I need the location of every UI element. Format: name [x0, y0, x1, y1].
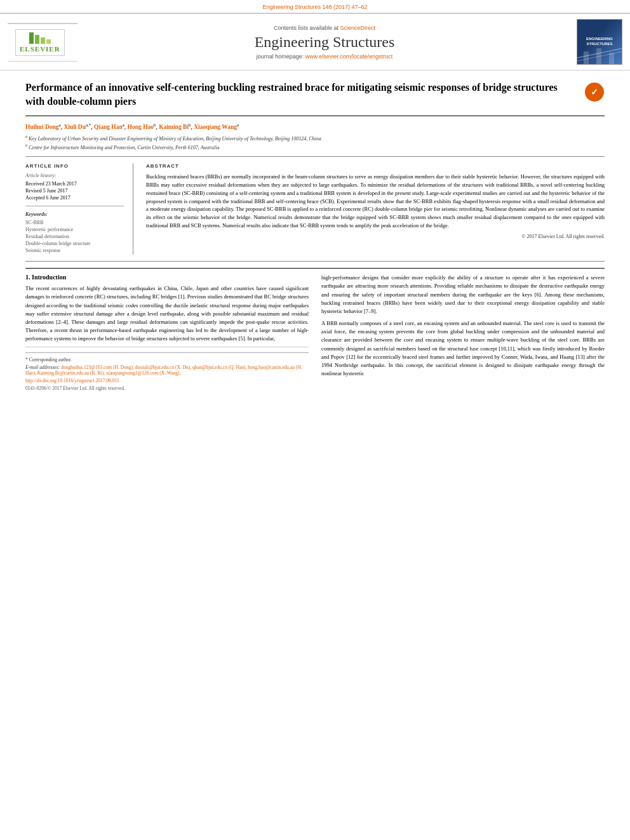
journal-homepage: journal homepage: www.elsevier.com/locat… — [77, 53, 572, 60]
section-divider — [25, 268, 605, 269]
keyword-2: Hysteretic performance — [25, 227, 124, 232]
affiliations: a Key Laboratory of Urban Security and D… — [25, 134, 605, 151]
crossmark-logo: ✓ — [579, 81, 605, 102]
contents-line: Contents lists available at ScienceDirec… — [77, 25, 572, 31]
section1-heading: 1. Introduction — [25, 274, 309, 281]
footer-email-label: E-mail addresses: — [25, 364, 60, 370]
footer-rule — [25, 347, 309, 347]
received-date: Received 23 March 2017 — [25, 181, 124, 187]
col-right-para1: high-performance designs that consider m… — [321, 274, 605, 316]
sciencedirect-link[interactable]: ScienceDirect — [340, 25, 376, 31]
article-info: ARTICLE INFO Article history: Received 2… — [25, 163, 133, 255]
journal-cover-image: ENGINEERINGSTRUCTURES — [572, 19, 622, 65]
article-info-abstract: ARTICLE INFO Article history: Received 2… — [25, 156, 605, 262]
paper-title-section: Performance of an innovative self-center… — [25, 81, 605, 116]
keyword-3: Residual deformation — [25, 234, 124, 239]
two-col-body: 1. Introduction The recent occurrences o… — [25, 274, 605, 393]
journal-header: ELSEVIER Contents lists available at Sci… — [0, 13, 630, 70]
journal-issue-info: Engineering Structures 148 (2017) 47–62 — [262, 4, 367, 10]
author-dong: Huihui Dong — [25, 124, 59, 130]
col-left: 1. Introduction The recent occurrences o… — [25, 274, 309, 393]
footer-emails: E-mail addresses: donghuihui.123@163.com… — [25, 364, 309, 376]
footer-email-addresses: donghuihui.123@163.com (H. Dong), duxiul… — [25, 364, 302, 376]
paper-title: Performance of an innovative self-center… — [25, 81, 579, 109]
svg-text:✓: ✓ — [591, 87, 598, 97]
affiliation-b: b Centre for Infrastructure Monitoring a… — [25, 143, 605, 152]
accepted-date: Accepted 6 June 2017 — [25, 195, 124, 201]
svg-rect-3 — [596, 48, 601, 64]
col-right: high-performance designs that consider m… — [321, 274, 605, 393]
author-du: Xiuli Du — [64, 124, 86, 130]
abstract-heading: ABSTRACT — [146, 163, 605, 169]
keyword-4: Double-column bridge structure — [25, 241, 124, 246]
article-history-label: Article history: — [25, 173, 124, 178]
authors-line: Huihui Donga, Xiuli Dua,*, Qiang Hana, H… — [25, 123, 605, 130]
homepage-url[interactable]: www.elsevier.com/locate/engstruct — [305, 53, 393, 60]
journal-title-center: Contents lists available at ScienceDirec… — [77, 25, 572, 60]
paper-title-text: Performance of an innovative self-center… — [25, 81, 579, 109]
keywords-label: Keywords: — [25, 211, 124, 217]
journal-name: Engineering Structures — [77, 34, 572, 51]
svg-rect-2 — [584, 51, 589, 64]
abstract-text: Buckling restrained braces (BRBs) are no… — [146, 173, 605, 229]
keyword-1: SC-BRB — [25, 220, 124, 225]
paper-footer: * Corresponding author. E-mail addresses… — [25, 352, 309, 391]
footer-doi[interactable]: http://dx.doi.org/10.1016/j.engstruct.20… — [25, 378, 309, 383]
footer-issn: 0141-0296/© 2017 Elsevier Ltd. All right… — [25, 385, 309, 391]
col-right-para2: A BRB normally composes of a steel core,… — [321, 319, 605, 378]
author-wang: Xiaoqiang Wang — [194, 124, 237, 130]
col-left-para1: The recent occurrences of highly devasta… — [25, 284, 309, 343]
journal-top-bar: Engineering Structures 148 (2017) 47–62 — [0, 0, 630, 13]
info-divider — [25, 206, 124, 206]
cover-title: ENGINEERINGSTRUCTURES — [585, 36, 614, 48]
footer-corresponding: * Corresponding author. — [25, 357, 309, 363]
revised-date: Revised 5 June 2017 — [25, 188, 124, 194]
elsevier-logo: ELSEVIER — [8, 23, 77, 62]
abstract-copyright: © 2017 Elsevier Ltd. All rights reserved… — [146, 234, 605, 239]
affiliation-a: a Key Laboratory of Urban Security and D… — [25, 134, 605, 143]
abstract-section: ABSTRACT Buckling restrained braces (BRB… — [146, 163, 605, 255]
svg-rect-4 — [609, 53, 614, 64]
paper-body: Performance of an innovative self-center… — [0, 70, 630, 406]
article-info-heading: ARTICLE INFO — [25, 163, 124, 169]
author-hao: Hong Hao — [128, 124, 154, 130]
elsevier-text: ELSEVIER — [20, 45, 60, 53]
keyword-5: Seismic response — [25, 248, 124, 253]
author-han: Qiang Han — [94, 124, 123, 130]
author-bi: Kaiming Bi — [159, 124, 189, 130]
